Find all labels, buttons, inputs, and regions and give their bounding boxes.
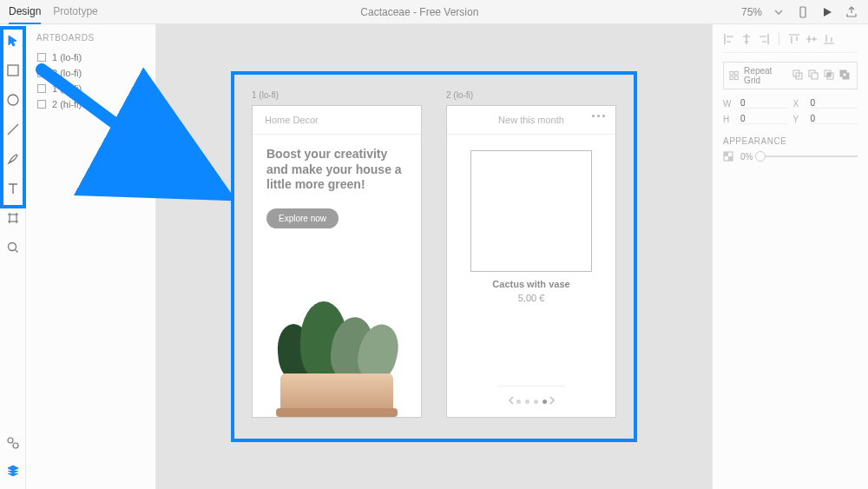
align-hcenter-icon[interactable]	[740, 33, 753, 45]
pathfinder-exclude-icon[interactable]	[839, 69, 852, 82]
layers-icon[interactable]	[5, 463, 21, 479]
zoom-tool[interactable]	[5, 240, 21, 255]
svg-point-2	[8, 95, 18, 105]
play-icon[interactable]	[819, 4, 835, 20]
top-toolbar: Design Prototype Cactaceae - Free Versio…	[0, 0, 868, 24]
hero-image	[266, 249, 407, 418]
opacity-value[interactable]: 0%	[740, 152, 753, 162]
artboards-panel: ARTBOARDS 1 (lo-fi) 2 (lo-fi) 1 (hi-fi) …	[26, 24, 156, 489]
y-label: Y	[793, 115, 806, 124]
screen-header: Home Decor	[253, 106, 421, 135]
artboard-item-label: 1 (lo-fi)	[52, 52, 82, 63]
inspector-panel: Repeat Grid W 0 X 0 H 0 Y 0 APPEARANCE 0…	[712, 24, 868, 489]
align-vcenter-icon[interactable]	[806, 33, 818, 45]
svg-rect-13	[730, 76, 733, 80]
pen-tool[interactable]	[5, 151, 21, 167]
svg-rect-26	[724, 152, 728, 156]
headline-text: Boost your creativity and make your hous…	[266, 147, 407, 193]
tool-rail	[0, 24, 26, 489]
opacity-icon	[723, 151, 733, 162]
document-title: Cactaceae - Free Version	[98, 6, 741, 18]
page-dots[interactable]	[516, 400, 547, 404]
product-image-placeholder	[470, 150, 592, 272]
align-left-icon[interactable]	[723, 33, 735, 45]
svg-rect-0	[800, 7, 806, 17]
artboards-heading: ARTBOARDS	[36, 33, 145, 43]
svg-rect-9	[38, 85, 46, 93]
opacity-slider[interactable]	[760, 155, 858, 157]
svg-rect-3	[10, 215, 16, 221]
svg-rect-1	[8, 65, 18, 76]
svg-rect-24	[843, 73, 846, 76]
svg-point-6	[13, 443, 18, 448]
artboard-list-item[interactable]: 1 (lo-fi)	[36, 50, 145, 65]
svg-rect-14	[734, 76, 738, 80]
x-input[interactable]: 0	[811, 98, 858, 109]
chevron-down-icon[interactable]	[771, 4, 786, 20]
artboard-tool[interactable]	[5, 210, 21, 226]
pager	[497, 386, 566, 417]
repeat-grid-button[interactable]: Repeat Grid	[723, 62, 858, 89]
svg-rect-21	[827, 73, 831, 76]
artboard-item-label: 1 (hi-fi)	[52, 83, 82, 94]
align-top-icon[interactable]	[788, 33, 800, 45]
ellipse-tool[interactable]	[5, 92, 21, 108]
svg-rect-27	[728, 156, 733, 161]
artboard-item-label: 2 (lo-fi)	[52, 68, 82, 78]
height-label: H	[723, 115, 735, 124]
svg-rect-8	[38, 69, 46, 77]
zoom-level[interactable]: 75%	[741, 6, 762, 18]
explore-button[interactable]: Explore now	[266, 208, 339, 228]
svg-point-4	[8, 243, 16, 251]
svg-point-5	[8, 438, 13, 443]
width-label: W	[723, 99, 735, 109]
artboard-1[interactable]: Home Decor Boost your creativity and mak…	[252, 105, 422, 418]
svg-rect-10	[38, 101, 46, 109]
svg-rect-11	[730, 71, 733, 75]
product-name: Cactus with vase	[492, 279, 569, 289]
y-input[interactable]: 0	[811, 114, 858, 124]
width-input[interactable]: 0	[740, 98, 788, 109]
screen-header: New this month	[498, 115, 564, 125]
svg-rect-18	[812, 73, 818, 79]
transform-controls: W 0 X 0 H 0 Y 0	[723, 98, 858, 124]
canvas[interactable]: 1 (lo-fi) Home Decor Boost your creativi…	[156, 24, 712, 489]
tab-design[interactable]: Design	[9, 0, 41, 24]
chevron-right-icon[interactable]	[547, 395, 557, 408]
rectangle-tool[interactable]	[5, 63, 21, 78]
artboard-list-item[interactable]: 2 (hi-fi)	[36, 96, 145, 112]
selection-rect: 1 (lo-fi) Home Decor Boost your creativi…	[231, 71, 637, 442]
pathfinder-add-icon[interactable]	[792, 69, 805, 82]
alignment-controls	[723, 33, 858, 53]
share-icon[interactable]	[844, 4, 859, 20]
tab-prototype[interactable]: Prototype	[53, 0, 97, 24]
line-tool[interactable]	[5, 122, 21, 137]
chevron-left-icon[interactable]	[506, 395, 516, 408]
text-tool[interactable]	[5, 181, 21, 196]
artboard-2[interactable]: New this month Cactus with vase 5,00 €	[446, 105, 616, 418]
svg-rect-7	[38, 54, 46, 62]
align-bottom-icon[interactable]	[823, 33, 835, 45]
more-icon[interactable]	[592, 115, 605, 117]
svg-rect-12	[734, 71, 738, 75]
device-preview-icon[interactable]	[795, 4, 811, 20]
artboard-item-label: 2 (hi-fi)	[52, 99, 82, 109]
assets-icon[interactable]	[5, 435, 21, 451]
product-price: 5,00 €	[518, 293, 545, 303]
pathfinder-subtract-icon[interactable]	[808, 69, 820, 82]
height-input[interactable]: 0	[740, 114, 788, 124]
x-label: X	[793, 99, 806, 109]
appearance-heading: APPEARANCE	[723, 136, 858, 146]
align-right-icon[interactable]	[758, 33, 770, 45]
artboard-list-item[interactable]: 2 (lo-fi)	[36, 65, 145, 81]
artboard-label[interactable]: 1 (lo-fi)	[252, 90, 422, 100]
artboard-label[interactable]: 2 (lo-fi)	[446, 90, 616, 100]
select-tool[interactable]	[5, 33, 21, 49]
pathfinder-intersect-icon[interactable]	[824, 69, 836, 82]
artboard-list-item[interactable]: 1 (hi-fi)	[36, 81, 145, 96]
repeat-grid-label: Repeat Grid	[744, 66, 787, 85]
